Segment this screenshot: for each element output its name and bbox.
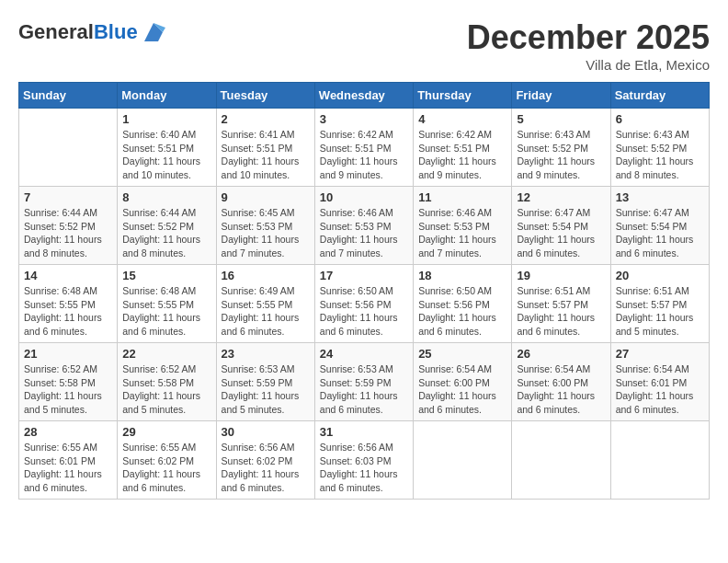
- day-info: Sunrise: 6:40 AMSunset: 5:51 PMDaylight:…: [122, 128, 210, 182]
- logo: GeneralBlue: [18, 18, 167, 46]
- calendar-week-row: 21Sunrise: 6:52 AMSunset: 5:58 PMDayligh…: [19, 343, 710, 421]
- calendar-cell: 11Sunrise: 6:46 AMSunset: 5:53 PMDayligh…: [414, 187, 512, 265]
- calendar-table: SundayMondayTuesdayWednesdayThursdayFrid…: [18, 82, 710, 500]
- day-info: Sunrise: 6:50 AMSunset: 5:56 PMDaylight:…: [418, 284, 506, 339]
- day-info: Sunrise: 6:50 AMSunset: 5:56 PMDaylight:…: [320, 284, 408, 339]
- day-number: 4: [418, 112, 506, 126]
- logo-blue-text: Blue: [94, 20, 138, 43]
- day-info: Sunrise: 6:56 AMSunset: 6:03 PMDaylight:…: [320, 441, 408, 495]
- day-number: 23: [222, 347, 310, 361]
- day-number: 8: [122, 190, 210, 204]
- calendar-cell: 27Sunrise: 6:54 AMSunset: 6:01 PMDayligh…: [610, 343, 709, 421]
- day-number: 17: [320, 269, 408, 282]
- logo-general-text: General: [18, 20, 94, 43]
- day-info: Sunrise: 6:42 AMSunset: 5:51 PMDaylight:…: [418, 128, 506, 182]
- weekday-header-row: SundayMondayTuesdayWednesdayThursdayFrid…: [19, 83, 710, 109]
- day-number: 15: [122, 269, 210, 282]
- day-info: Sunrise: 6:52 AMSunset: 5:58 PMDaylight:…: [122, 362, 210, 417]
- day-number: 25: [418, 347, 506, 361]
- weekday-header-friday: Friday: [512, 83, 610, 109]
- calendar-cell: 21Sunrise: 6:52 AMSunset: 5:58 PMDayligh…: [19, 343, 118, 421]
- calendar-cell: 28Sunrise: 6:55 AMSunset: 6:01 PMDayligh…: [19, 421, 118, 500]
- day-info: Sunrise: 6:48 AMSunset: 5:55 PMDaylight:…: [24, 284, 112, 339]
- calendar-cell: 12Sunrise: 6:47 AMSunset: 5:54 PMDayligh…: [512, 187, 610, 265]
- calendar-cell: 5Sunrise: 6:43 AMSunset: 5:52 PMDaylight…: [512, 109, 610, 187]
- title-block: December 2025 Villa de Etla, Mexico: [467, 18, 710, 73]
- day-number: 10: [320, 190, 408, 204]
- day-number: 27: [616, 347, 704, 361]
- day-number: 2: [222, 112, 310, 126]
- day-info: Sunrise: 6:51 AMSunset: 5:57 PMDaylight:…: [517, 284, 605, 339]
- calendar-cell: 19Sunrise: 6:51 AMSunset: 5:57 PMDayligh…: [512, 265, 610, 343]
- day-info: Sunrise: 6:47 AMSunset: 5:54 PMDaylight:…: [616, 206, 704, 260]
- calendar-cell: 17Sunrise: 6:50 AMSunset: 5:56 PMDayligh…: [314, 265, 413, 343]
- day-number: 7: [24, 190, 112, 204]
- day-number: 9: [222, 190, 310, 204]
- day-info: Sunrise: 6:46 AMSunset: 5:53 PMDaylight:…: [320, 206, 408, 260]
- calendar-cell: 20Sunrise: 6:51 AMSunset: 5:57 PMDayligh…: [610, 265, 709, 343]
- day-info: Sunrise: 6:46 AMSunset: 5:53 PMDaylight:…: [418, 206, 506, 260]
- calendar-cell: 1Sunrise: 6:40 AMSunset: 5:51 PMDaylight…: [118, 109, 216, 187]
- calendar-cell: 15Sunrise: 6:48 AMSunset: 5:55 PMDayligh…: [118, 265, 216, 343]
- calendar-cell: 18Sunrise: 6:50 AMSunset: 5:56 PMDayligh…: [414, 265, 512, 343]
- day-info: Sunrise: 6:54 AMSunset: 6:00 PMDaylight:…: [517, 362, 605, 417]
- calendar-cell: 31Sunrise: 6:56 AMSunset: 6:03 PMDayligh…: [314, 421, 413, 500]
- calendar-cell: 25Sunrise: 6:54 AMSunset: 6:00 PMDayligh…: [414, 343, 512, 421]
- calendar-week-row: 1Sunrise: 6:40 AMSunset: 5:51 PMDaylight…: [19, 109, 710, 187]
- day-info: Sunrise: 6:44 AMSunset: 5:52 PMDaylight:…: [24, 206, 112, 260]
- day-number: 19: [517, 269, 605, 282]
- day-info: Sunrise: 6:55 AMSunset: 6:02 PMDaylight:…: [122, 441, 210, 495]
- day-number: 18: [418, 269, 506, 282]
- weekday-header-saturday: Saturday: [610, 83, 709, 109]
- day-info: Sunrise: 6:56 AMSunset: 6:02 PMDaylight:…: [222, 441, 310, 495]
- day-number: 22: [122, 347, 210, 361]
- logo-icon: [140, 18, 167, 46]
- day-info: Sunrise: 6:52 AMSunset: 5:58 PMDaylight:…: [24, 362, 112, 417]
- calendar-week-row: 7Sunrise: 6:44 AMSunset: 5:52 PMDaylight…: [19, 187, 710, 265]
- calendar-cell: 2Sunrise: 6:41 AMSunset: 5:51 PMDaylight…: [216, 109, 314, 187]
- calendar-cell: 4Sunrise: 6:42 AMSunset: 5:51 PMDaylight…: [414, 109, 512, 187]
- location-text: Villa de Etla, Mexico: [467, 57, 710, 73]
- day-number: 20: [616, 269, 704, 282]
- day-info: Sunrise: 6:43 AMSunset: 5:52 PMDaylight:…: [616, 128, 704, 182]
- calendar-cell: 30Sunrise: 6:56 AMSunset: 6:02 PMDayligh…: [216, 421, 314, 500]
- calendar-cell: [19, 109, 118, 187]
- day-info: Sunrise: 6:43 AMSunset: 5:52 PMDaylight:…: [517, 128, 605, 182]
- day-number: 26: [517, 347, 605, 361]
- day-info: Sunrise: 6:54 AMSunset: 6:00 PMDaylight:…: [418, 362, 506, 417]
- day-info: Sunrise: 6:54 AMSunset: 6:01 PMDaylight:…: [616, 362, 704, 417]
- calendar-cell: 8Sunrise: 6:44 AMSunset: 5:52 PMDaylight…: [118, 187, 216, 265]
- calendar-cell: 7Sunrise: 6:44 AMSunset: 5:52 PMDaylight…: [19, 187, 118, 265]
- calendar-cell: 23Sunrise: 6:53 AMSunset: 5:59 PMDayligh…: [216, 343, 314, 421]
- day-info: Sunrise: 6:55 AMSunset: 6:01 PMDaylight:…: [24, 441, 112, 495]
- day-info: Sunrise: 6:49 AMSunset: 5:55 PMDaylight:…: [222, 284, 310, 339]
- calendar-cell: 14Sunrise: 6:48 AMSunset: 5:55 PMDayligh…: [19, 265, 118, 343]
- day-number: 1: [122, 112, 210, 126]
- weekday-header-wednesday: Wednesday: [314, 83, 413, 109]
- day-number: 21: [24, 347, 112, 361]
- page-header: GeneralBlue December 2025 Villa de Etla,…: [18, 18, 710, 73]
- day-info: Sunrise: 6:41 AMSunset: 5:51 PMDaylight:…: [222, 128, 310, 182]
- day-number: 12: [517, 190, 605, 204]
- weekday-header-sunday: Sunday: [19, 83, 118, 109]
- calendar-cell: 3Sunrise: 6:42 AMSunset: 5:51 PMDaylight…: [314, 109, 413, 187]
- calendar-cell: 6Sunrise: 6:43 AMSunset: 5:52 PMDaylight…: [610, 109, 709, 187]
- day-number: 14: [24, 269, 112, 282]
- calendar-week-row: 28Sunrise: 6:55 AMSunset: 6:01 PMDayligh…: [19, 421, 710, 500]
- day-number: 29: [122, 425, 210, 439]
- day-info: Sunrise: 6:53 AMSunset: 5:59 PMDaylight:…: [320, 362, 408, 417]
- day-number: 13: [616, 190, 704, 204]
- day-number: 24: [320, 347, 408, 361]
- day-info: Sunrise: 6:45 AMSunset: 5:53 PMDaylight:…: [222, 206, 310, 260]
- calendar-cell: [414, 421, 512, 500]
- calendar-week-row: 14Sunrise: 6:48 AMSunset: 5:55 PMDayligh…: [19, 265, 710, 343]
- day-info: Sunrise: 6:42 AMSunset: 5:51 PMDaylight:…: [320, 128, 408, 182]
- calendar-cell: 29Sunrise: 6:55 AMSunset: 6:02 PMDayligh…: [118, 421, 216, 500]
- day-number: 3: [320, 112, 408, 126]
- day-info: Sunrise: 6:53 AMSunset: 5:59 PMDaylight:…: [222, 362, 310, 417]
- calendar-cell: 9Sunrise: 6:45 AMSunset: 5:53 PMDaylight…: [216, 187, 314, 265]
- day-info: Sunrise: 6:47 AMSunset: 5:54 PMDaylight:…: [517, 206, 605, 260]
- weekday-header-tuesday: Tuesday: [216, 83, 314, 109]
- day-number: 5: [517, 112, 605, 126]
- calendar-cell: 26Sunrise: 6:54 AMSunset: 6:00 PMDayligh…: [512, 343, 610, 421]
